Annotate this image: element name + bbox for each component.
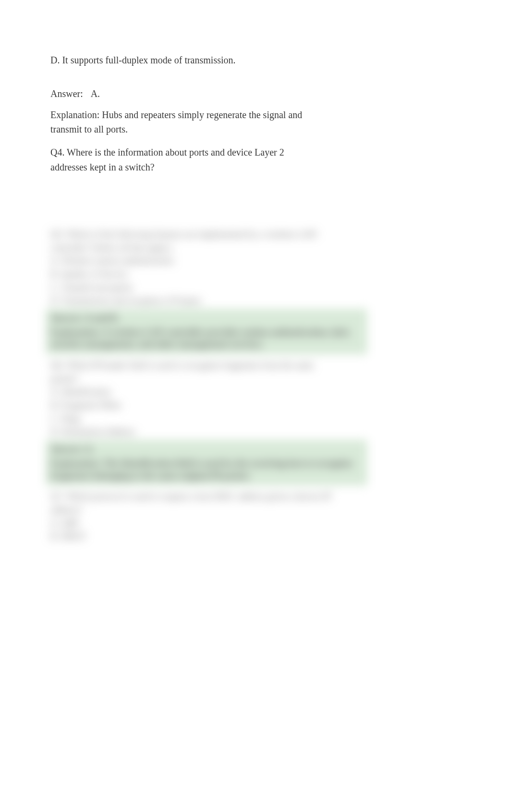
q5-option-a: A. Wireless station authentication (46, 255, 372, 267)
q5-stem-line1: Q5. Which of the following features are … (46, 228, 372, 241)
q5-explanation: Explanation: A wireless LAN controller p… (50, 326, 363, 351)
q6-explanation: Explanation: The Identification field is… (50, 457, 363, 482)
q7-option-b: B. DHCP (46, 530, 372, 543)
q6-option-b: B. Fragment Offset (46, 399, 372, 412)
answer-label: Answer: (50, 88, 83, 99)
q6-answer: Answer: A. (50, 444, 363, 454)
q6-option-c: C. Flags (46, 412, 372, 425)
answer-block: Answer: A. Explanation: Hubs and repeate… (50, 86, 324, 136)
q5-stem-line2: controller? (Select all that apply.) (46, 242, 372, 254)
answer-value: A. (91, 88, 100, 99)
q5-answer: Answer: A and B. (50, 313, 363, 323)
question-4-text: Q4. Where is the information about ports… (50, 145, 300, 175)
q5-option-d: D. Transmission and reception of Frames (46, 294, 372, 307)
blurred-preview-region: Q5. Which of the following features are … (46, 228, 372, 540)
q6-stem-line2: packet? (46, 373, 372, 385)
q5-option-b: B. Quality of Service (46, 268, 372, 280)
explanation-text: Explanation: Hubs and repeaters simply r… (50, 108, 324, 136)
q7-option-a: A. ARP (46, 517, 372, 530)
q6-option-a: A. Identification (46, 386, 372, 398)
q6-option-d: D. Destination Address (46, 425, 372, 438)
q6-stem-line1: Q6. Which IP header field is used to rec… (46, 359, 372, 372)
q5-answer-box: Answer: A and B. Explanation: A wireless… (46, 309, 367, 354)
q6-answer-box: Answer: A. Explanation: The Identificati… (46, 440, 367, 485)
q5-option-c: C. Channel encryption (46, 281, 372, 294)
option-d-text: D. It supports full-duplex mode of trans… (50, 53, 324, 67)
q7-stem-line2: address? (46, 504, 372, 516)
q7-stem-line1: Q7. Which protocol is used to request a … (46, 490, 372, 503)
